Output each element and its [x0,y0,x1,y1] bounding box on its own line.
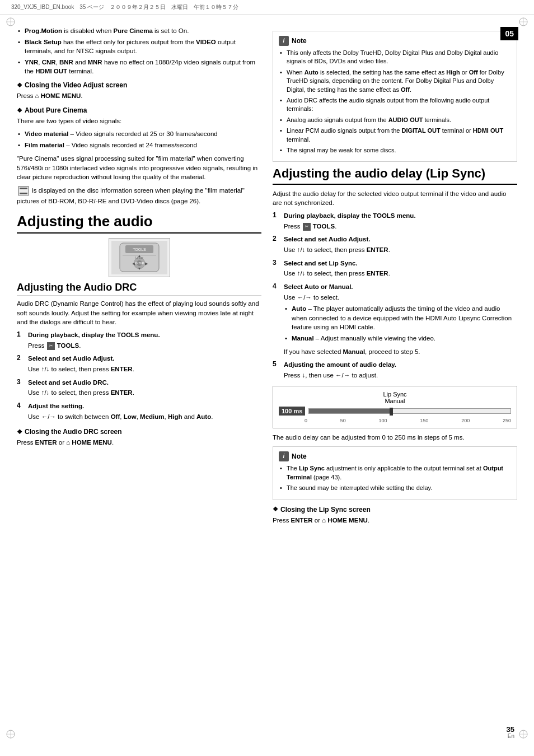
note-item-3: Audio DRC affects the audio signals outp… [279,96,511,114]
lip-sync-step-2: 2 Select and set Audio Adjust. Use ↑/↓ t… [273,235,517,255]
ls-step3-detail: Use ↑/↓ to select, then press ENTER. [284,269,517,278]
top-note-list: This only affects the Dolby TrueHD, Dolb… [279,49,511,114]
corner-mark-br [518,729,528,739]
step3-detail: Use ↑/↓ to select, then press ENTER. [28,388,261,398]
bottom-note-title: i Note [279,451,511,461]
content-area: Prog.Motion is disabled when Pure Cinema… [0,15,534,542]
home-icon-3: ⌂ [322,517,326,524]
svg-text:Linear: Linear [135,256,143,259]
closing-video-adjust-text: Press ⌂ HOME MENU. [17,91,261,101]
dash-list-top: Analog audio signals output from the AUD… [279,116,511,144]
closing-audio-drc-text: Press ENTER or ⌂ HOME MENU. [17,438,261,447]
closing-lip-sync-text: Press ENTER or ⌂ HOME MENU. [273,516,517,525]
about-pure-cinema-heading: About Pure Cinema [17,106,261,114]
step1-title: During playback, display the TOOLS menu. [28,330,261,340]
lip-sync-desc: Adjust the audio delay for the selected … [273,189,517,208]
chapter-badge: 05 [500,27,518,40]
bottom-note-item-2: The sound may be interrupted while setti… [279,484,511,492]
header-text: 320_VXJ5_IBD_EN.book 35 ページ ２００９年２月２５日 水… [11,4,238,10]
page-number: 35 [507,725,514,734]
tools-icon: ✂ [47,342,55,350]
lip-sync-step-4: 4 Select Auto or Manual. Use ←/→ to sele… [273,282,517,357]
audio-drc-desc: Audio DRC (Dynamic Range Control) has th… [17,299,261,327]
top-note-title: i Note [279,36,511,46]
bottom-note-item-1: The Lip Sync adjustment is only applicab… [279,464,511,482]
step3-title: Select and set Audio DRC. [28,378,261,388]
ls-step5-title: Adjusting the amount of audio delay. [284,360,517,370]
page-wrapper: 320_VXJ5_IBD_EN.book 35 ページ ２００９年２月２５日 水… [0,0,534,756]
ls-step4-bullets: Auto – The player automatically adjusts … [284,304,517,342]
left-column: Prog.Motion is disabled when Pure Cinema… [17,26,261,530]
step2-detail: Use ↑/↓ to select, then press ENTER. [28,365,261,374]
corner-mark-tl [6,17,16,27]
page-lang: En [508,733,514,739]
ls-step2-title: Select and set Audio Adjust. [284,235,517,244]
corner-mark-tr [518,17,528,27]
ls-step1-title: During playback, display the TOOLS menu. [284,211,517,221]
bullet-black-setup: Black Setup has the effect only for pict… [17,38,261,55]
ls-step2-detail: Use ↑/↓ to select, then press ENTER. [284,245,517,255]
svg-text:TOOLS: TOOLS [133,248,146,251]
lip-sync-step-3: 3 Select and set Lip Sync. Use ↑/↓ to se… [273,259,517,279]
ls-step5-detail: Press ↓, then use ←/→ to adjust. [284,371,517,380]
dash-item-2: Linear PCM audio signals output from the… [279,127,511,144]
bullet-prog-motion: Prog.Motion is disabled when Pure Cinema… [17,26,261,35]
audio-drc-heading: Adjusting the Audio DRC [17,282,261,296]
note-item-2: When Auto is selected, the setting has t… [279,68,511,94]
filmstrip-icon [18,186,29,195]
step4-title: Adjust the setting. [28,402,261,411]
closing-lip-sync-heading: Closing the Lip Sync screen [273,506,517,514]
slider-track[interactable] [308,408,511,414]
header-strip: 320_VXJ5_IBD_EN.book 35 ページ ２００９年２月２５日 水… [0,0,534,15]
svg-text:▼: ▼ [137,267,141,270]
step4-detail: Use ←/→ to switch between Off, Low, Medi… [28,412,261,422]
audio-drc-step-1: 1 During playback, display the TOOLS men… [17,330,261,351]
top-note-list-2: The signal may be weak for some discs. [279,146,511,155]
filmstrip-note: is displayed on the disc information scr… [17,185,261,206]
closing-audio-drc-section: Closing the Audio DRC screen Press ENTER… [17,428,261,447]
ls-step3-title: Select and set Lip Sync. [284,259,517,268]
lip-sync-step-1: 1 During playback, display the TOOLS men… [273,211,517,232]
svg-text:ENTER: ENTER [134,262,144,265]
note-icon-bottom: i [279,451,289,461]
ls-step4-detail: Use ←/→ to select. [284,293,517,302]
bottom-note-list: The Lip Sync adjustment is only applicab… [279,464,511,492]
step2-title: Select and set Audio Adjust. [28,354,261,363]
ls-step4-title: Select Auto or Manual. [284,282,517,292]
step1-detail: Press ✂ TOOLS. [28,341,261,351]
slider-desc: The audio delay can be adjusted from 0 t… [273,433,517,442]
ls-step1-detail: Press ✂ TOOLS. [284,222,517,231]
slider-label: 100 ms [279,407,305,416]
remote-image: TOOLS ▲ ▼ ◀ ▶ ENTER Linear [109,238,170,277]
pure-cinema-desc: "Pure Cinema" uses signal processing sui… [17,154,261,182]
bullet-film-material: Film material – Video signals recorded a… [17,141,261,150]
ls-manual-bullet: Manual – Adjust manually while viewing t… [284,334,517,343]
top-note-box: i Note This only affects the Dolby TrueH… [273,31,517,162]
audio-drc-step-3: 3 Select and set Audio DRC. Use ↑/↓ to s… [17,378,261,399]
lip-sync-major-heading: Adjusting the audio delay (Lip Sync) [273,166,517,184]
closing-lip-sync-section: Closing the Lip Sync screen Press ENTER … [273,506,517,525]
slider-row: 100 ms [279,407,511,416]
about-pure-cinema-section: About Pure Cinema There are two types of… [17,106,261,206]
bullet-ynr: YNR, CNR, BNR and MNR have no effect on … [17,58,261,76]
lip-sync-slider: Lip Sync Manual 100 ms 0 50 100 150 200 [273,386,517,428]
adjusting-audio-heading: Adjusting the audio [17,213,261,234]
home-icon: ⌂ [35,92,39,99]
closing-video-adjust-heading: Closing the Video Adjust screen [17,81,261,89]
closing-video-adjust-section: Closing the Video Adjust screen Press ⌂ … [17,81,261,101]
ls-manual-note: If you have selected Manual, proceed to … [284,347,517,357]
slider-fill [309,409,390,413]
pure-cinema-intro: There are two types of video signals: [17,116,261,126]
note-item-1: This only affects the Dolby TrueHD, Dolb… [279,49,511,66]
tools-icon-ls: ✂ [303,223,311,231]
audio-drc-step-2: 2 Select and set Audio Adjust. Use ↑/↓ t… [17,354,261,375]
slider-thumb [390,408,393,416]
closing-audio-drc-heading: Closing the Audio DRC screen [17,428,261,436]
remote-image-inner: TOOLS ▲ ▼ ◀ ▶ ENTER Linear [111,241,167,274]
intro-bullets: Prog.Motion is disabled when Pure Cinema… [17,26,261,76]
note-icon-top: i [279,36,289,46]
home-icon-2: ⌂ [66,439,70,446]
right-column: i Note This only affects the Dolby TrueH… [273,26,517,530]
note-item-4: The signal may be weak for some discs. [279,146,511,155]
bullet-video-material: Video material – Video signals recorded … [17,129,261,138]
